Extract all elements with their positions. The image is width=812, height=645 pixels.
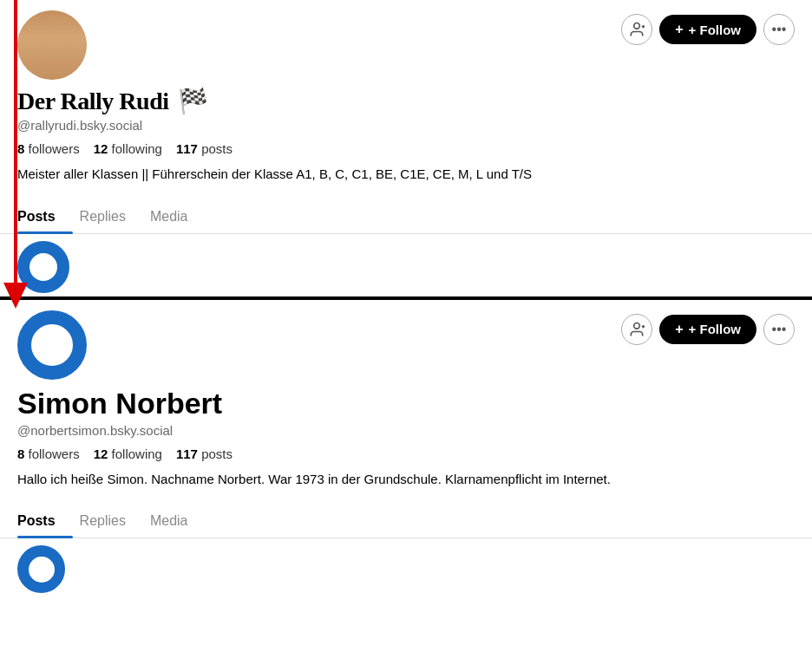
posts-count-simon: 117 <box>176 446 198 461</box>
more-dots-icon-simon: ••• <box>772 322 787 337</box>
posts-count: 117 <box>176 141 198 156</box>
posts-stat: 117 posts <box>176 141 232 156</box>
more-button[interactable]: ••• <box>763 14 795 45</box>
profile-info: Der Rally Rudi 🏁 @rallyrudi.bsky.social … <box>0 80 812 185</box>
profile-info-simon: Simon Norbert @norbertsimon.bsky.social … <box>0 380 812 490</box>
more-button-simon[interactable]: ••• <box>763 314 795 345</box>
svg-point-0 <box>634 23 640 29</box>
display-name-simon: Simon Norbert <box>17 387 795 420</box>
red-arrow <box>0 0 35 313</box>
tabs-simon: Posts Replies Media <box>0 505 812 538</box>
next-profile-peek <box>0 234 812 296</box>
following-label-simon: following <box>112 446 162 461</box>
tab-posts-simon[interactable]: Posts <box>17 505 73 538</box>
svg-point-5 <box>634 322 640 329</box>
posts-label-simon: posts <box>201 446 232 461</box>
content-peek-avatar <box>17 545 65 593</box>
followers-stat-simon: 8 followers <box>17 446 80 461</box>
follow-button-simon[interactable]: + + Follow <box>659 315 756 344</box>
posts-label: posts <box>201 141 232 156</box>
following-count: 12 <box>94 141 108 156</box>
avatar-simon <box>17 310 87 380</box>
display-name-text-simon: Simon Norbert <box>17 387 222 420</box>
tab-replies[interactable]: Replies <box>80 200 143 233</box>
stats-simon: 8 followers 12 following 117 posts <box>17 446 795 461</box>
tab-media-simon[interactable]: Media <box>150 505 206 538</box>
plus-icon-simon: + <box>675 322 683 337</box>
tabs: Posts Replies Media <box>0 200 812 234</box>
following-stat: 12 following <box>94 141 162 156</box>
display-name: Der Rally Rudi 🏁 <box>17 87 795 115</box>
tab-media[interactable]: Media <box>150 200 206 233</box>
handle: @rallyrudi.bsky.social <box>17 118 795 133</box>
follow-label: + Follow <box>689 23 741 37</box>
plus-icon: + <box>675 22 683 37</box>
followers-label: followers <box>29 141 80 156</box>
tab-replies-simon[interactable]: Replies <box>80 505 143 538</box>
stats: 8 followers 12 following 117 posts <box>17 141 795 156</box>
follow-label-simon: + Follow <box>689 322 741 336</box>
followers-label-simon: followers <box>29 446 80 461</box>
following-stat-simon: 12 following <box>94 446 162 461</box>
bio-simon: Hallo ich heiße Simon. Nachname Norbert.… <box>17 470 795 490</box>
profile-header: + + Follow ••• <box>0 0 812 80</box>
content-peek <box>0 538 812 596</box>
followers-count-simon: 8 <box>17 446 24 461</box>
posts-stat-simon: 117 posts <box>176 446 232 461</box>
add-user-button-simon[interactable] <box>621 314 652 345</box>
profile-card-rally-rudi: + + Follow ••• Der Rally Rudi 🏁 @rallyru… <box>0 0 812 296</box>
profile-card-simon-norbert: + + Follow ••• Simon Norbert @norbertsim… <box>0 300 812 597</box>
svg-marker-4 <box>3 283 28 309</box>
header-actions: + + Follow ••• <box>621 10 795 45</box>
following-label: following <box>112 141 162 156</box>
header-actions-simon: + + Follow ••• <box>621 310 795 345</box>
more-dots-icon: ••• <box>772 22 787 37</box>
avatar-inner <box>26 319 78 371</box>
follow-button[interactable]: + + Follow <box>659 15 756 44</box>
bio: Meister aller Klassen || Führerschein de… <box>17 165 795 185</box>
add-user-button[interactable] <box>621 14 652 45</box>
handle-simon: @norbertsimon.bsky.social <box>17 423 795 438</box>
display-name-text: Der Rally Rudi <box>17 88 169 115</box>
following-count-simon: 12 <box>94 446 108 461</box>
profile-header-simon: + + Follow ••• <box>0 300 812 380</box>
flag-emoji: 🏁 <box>178 87 208 115</box>
